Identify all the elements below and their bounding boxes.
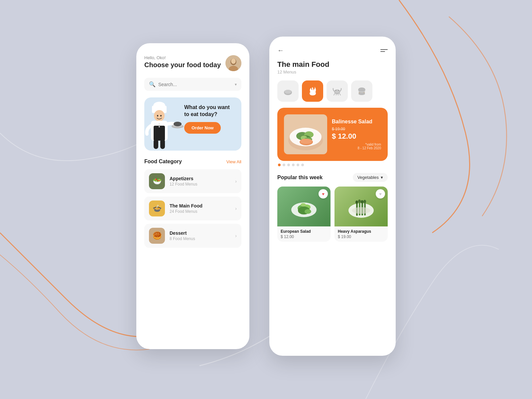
heavy-asparagus-info: Heavy Asparagus $ 19.00 [334, 226, 388, 242]
menu-line-2 [380, 51, 385, 52]
promo-food-image [284, 114, 327, 154]
category-item-appetizers[interactable]: 🥗 Appetizers 12 Food Menus › [144, 169, 241, 193]
food-card-heavy-asparagus[interactable]: ♥ Heavy Asparagus $ 19.00 [334, 187, 388, 242]
svg-point-3 [231, 59, 236, 64]
svg-point-8 [157, 115, 158, 117]
european-salad-price: $ 12.00 [281, 234, 327, 239]
svg-point-28 [358, 87, 365, 92]
category-icon-fire[interactable] [302, 80, 323, 102]
main-food-sub: 24 Food Menus [170, 209, 230, 214]
svg-point-49 [301, 203, 306, 206]
dot-5[interactable] [297, 164, 299, 166]
svg-rect-29 [358, 91, 365, 92]
promo-valid-text: *valid from8 - 12 Feb 2020 [332, 143, 381, 150]
appetizers-icon: 🥗 [149, 173, 165, 189]
filter-dropdown[interactable]: Vegetables ▾ [353, 173, 388, 182]
dot-4[interactable] [292, 164, 295, 166]
svg-point-20 [285, 90, 291, 94]
heavy-asparagus-name: Heavy Asparagus [338, 229, 384, 234]
page-subtitle: 12 Menus [277, 69, 388, 74]
promo-info: Balinesse Salad $ 19.00 $ 12.00 *valid f… [327, 119, 381, 150]
promo-old-price: $ 19.00 [332, 127, 381, 131]
main-food-arrow-icon: › [235, 206, 237, 211]
phone-left: Hello, Oko! Choose your food today 🔍 ▾ [136, 43, 249, 349]
european-salad-image: ♥ [277, 187, 331, 226]
search-chevron-icon: ▾ [235, 82, 237, 87]
dessert-info: Dessert 8 Food Menus [170, 230, 230, 241]
dessert-sub: 8 Food Menus [170, 236, 230, 241]
heavy-asparagus-heart[interactable]: ♥ [376, 189, 385, 199]
heavy-asparagus-image: ♥ [334, 187, 388, 226]
food-card-european-salad[interactable]: ♥ European Salad $ 12.00 [277, 187, 331, 242]
dot-6[interactable] [301, 164, 304, 166]
european-salad-heart[interactable]: ♥ [319, 189, 328, 199]
promo-new-price: $ 12.00 [332, 132, 381, 141]
promo-card[interactable]: Balinesse Salad $ 19.00 $ 12.00 *valid f… [277, 108, 388, 161]
svg-point-9 [160, 115, 162, 117]
category-icon-crab[interactable] [327, 80, 348, 102]
heavy-asparagus-price: $ 19.00 [338, 234, 384, 239]
search-input[interactable] [158, 82, 232, 87]
appetizers-arrow-icon: › [235, 179, 237, 184]
svg-rect-17 [154, 139, 158, 149]
svg-point-58 [363, 200, 366, 203]
promo-name: Balinesse Salad [332, 119, 381, 125]
svg-point-16 [174, 122, 182, 126]
food-category-header: Food Category View All [144, 159, 241, 165]
dot-1[interactable] [278, 164, 281, 166]
phone-right: ← The main Food 12 Menus [269, 37, 396, 356]
menu-line-1 [380, 49, 388, 50]
dot-2[interactable] [283, 164, 285, 166]
svg-point-6 [153, 102, 165, 110]
page-title-main: The main Food [277, 60, 388, 69]
heart-icon: ♥ [379, 192, 382, 197]
filter-label: Vegetables [357, 175, 379, 180]
heart-icon: ♥ [322, 192, 325, 197]
category-icon-burger[interactable] [351, 80, 372, 102]
svg-point-27 [338, 90, 339, 91]
filter-chevron-icon: ▾ [381, 175, 383, 180]
category-item-main-food[interactable]: 🍲 The Main Food 24 Food Menus › [144, 197, 241, 220]
svg-point-59 [352, 207, 370, 214]
category-item-dessert[interactable]: 🥮 Dessert 8 Food Menus › [144, 224, 241, 248]
dot-3[interactable] [287, 164, 290, 166]
chef-illustration [144, 97, 184, 151]
page-title: Choose your food today [144, 61, 221, 69]
svg-rect-11 [154, 126, 165, 141]
svg-point-31 [358, 92, 365, 95]
svg-point-7 [154, 110, 165, 121]
main-food-name: The Main Food [170, 203, 230, 208]
category-list: 🥗 Appetizers 12 Food Menus › 🍲 The Main … [144, 169, 241, 248]
category-icon-roast[interactable] [277, 80, 299, 102]
svg-point-12 [159, 123, 160, 125]
european-salad-info: European Salad $ 12.00 [277, 226, 331, 242]
svg-point-57 [361, 200, 363, 203]
popular-title: Popular this week [277, 175, 323, 181]
appetizers-sub: 12 Food Menus [170, 182, 230, 187]
european-salad-name: European Salad [281, 229, 327, 234]
carousel-dots [277, 164, 388, 166]
dessert-name: Dessert [170, 230, 230, 236]
dessert-arrow-icon: › [235, 233, 237, 238]
svg-rect-18 [160, 139, 165, 149]
view-all-button[interactable]: View All [226, 159, 241, 164]
food-category-title: Food Category [144, 159, 182, 165]
header-text: Hello, Oko! Choose your food today [144, 55, 221, 69]
greeting-label: Hello, Oko! [144, 55, 221, 60]
svg-point-42 [300, 139, 312, 144]
popular-header: Popular this week Vegetables ▾ [277, 173, 388, 182]
svg-point-26 [335, 90, 336, 91]
promo-banner: What do you want to eat today? Order Now [144, 97, 241, 151]
appetizers-info: Appetizers 12 Food Menus [170, 176, 230, 187]
back-button[interactable]: ← [277, 47, 284, 54]
phones-container: Hello, Oko! Choose your food today 🔍 ▾ [136, 43, 396, 356]
main-food-info: The Main Food 24 Food Menus [170, 203, 230, 214]
avatar[interactable] [225, 55, 241, 71]
svg-point-55 [355, 200, 358, 204]
order-now-button[interactable]: Order Now [184, 122, 221, 134]
category-icons-row [277, 80, 388, 102]
search-bar[interactable]: 🔍 ▾ [144, 78, 241, 91]
svg-point-48 [305, 209, 311, 214]
menu-button[interactable] [380, 49, 388, 52]
main-food-icon: 🍲 [149, 200, 165, 216]
